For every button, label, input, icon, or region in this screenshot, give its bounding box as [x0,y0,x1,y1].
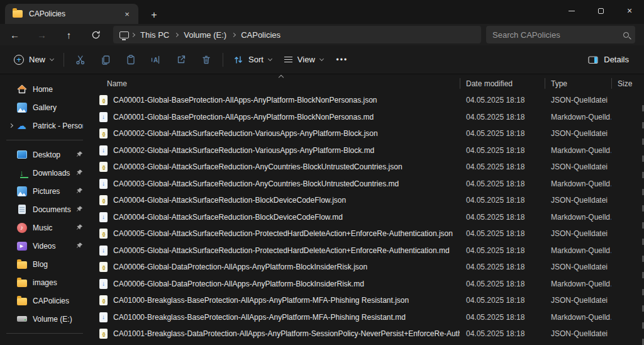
up-button[interactable]: ↑ [55,25,82,44]
new-button-label: New [29,55,45,64]
sidebar-item-videos[interactable]: Videos [0,237,89,255]
sidebar-item-patrick-personal[interactable]: Patrick - Personal [0,116,89,135]
refresh-button[interactable] [82,25,109,44]
column-header-date-modified[interactable]: Date modified [460,75,545,92]
file-row[interactable]: CA00004-Global-AttackSurfaceReduction-Bl… [89,192,644,209]
sidebar-item-home[interactable]: Home [0,80,89,98]
markdown-file-icon [99,145,108,156]
file-type: Markdown-Quelld… [545,280,611,288]
new-button[interactable]: + New [8,50,60,70]
file-row[interactable]: CA00003-Global-AttackSurfaceReduction-An… [89,159,644,176]
new-tab-button[interactable]: + [145,6,164,24]
file-name: CA00006-Global-DataProtection-AllApps-An… [113,263,367,271]
file-date-modified: 04.05.2025 18:18 [460,313,545,322]
scissors-icon [75,54,86,65]
sidebar-item-pictures[interactable]: Pictures [0,182,89,200]
sidebar-item-documents[interactable]: Documents [0,200,89,218]
chevron-down-icon [319,56,324,60]
breadcrumb-volume[interactable]: Volume (E:) [178,30,232,40]
sidebar-item-label: Desktop [33,150,76,159]
ellipsis-icon: ••• [336,55,348,64]
details-button-label: Details [604,55,629,64]
rename-button[interactable]: A [143,50,169,70]
view-list-icon [284,57,292,63]
file-name: CA00002-Global-AttackSurfaceReduction-Va… [113,146,374,155]
search-box[interactable] [486,26,635,43]
close-tab-icon[interactable]: × [121,8,133,20]
details-pane-button[interactable]: Details [581,50,635,70]
delete-button[interactable] [194,50,219,70]
json-file-icon [99,162,108,172]
minimize-button[interactable] [557,0,586,21]
back-button[interactable]: ← [1,25,28,44]
sidebar-item-music[interactable]: Music [0,218,89,237]
maximize-button[interactable] [586,0,615,21]
sidebar-item-desktop[interactable]: Desktop [0,145,89,164]
sidebar-item-label: Patrick - Personal [33,122,83,130]
breadcrumb-this-pc[interactable]: This PC [135,30,175,40]
file-name: CA00005-Global-AttackSurfaceReduction-Pr… [113,246,450,255]
file-date-modified: 04.05.2025 18:18 [460,129,545,138]
address-bar[interactable]: This PC Volume (E:) CAPolicies [113,26,481,43]
view-button[interactable]: View [278,50,330,70]
file-type: JSON-Quelldatei [545,96,611,105]
sidebar-item-capolicies[interactable]: CAPolicies [0,291,89,310]
cut-button[interactable] [68,50,93,70]
file-row[interactable]: CA00001-Global-BaseProtection-AllApps-An… [89,92,644,109]
chevron-down-icon [268,56,272,60]
file-row[interactable]: CA01001-Breakglass-DataProtection-AllApp… [89,325,644,342]
explorer-tab[interactable]: CAPolicies × [5,4,138,24]
file-row[interactable]: CA00006-Global-DataProtection-AllApps-An… [89,259,644,276]
file-name: CA01001-Breakglass-DataProtection-AllApp… [113,329,460,338]
file-date-modified: 04.05.2025 18:18 [460,329,545,338]
copy-icon [100,54,111,65]
copy-button[interactable] [93,50,118,70]
sort-button[interactable]: Sort [227,50,278,70]
file-row[interactable]: CA00003-Global-AttackSurfaceReduction-An… [89,176,644,193]
clipboard-icon [125,54,136,65]
sidebar-item-blog[interactable]: Blog [0,255,89,273]
column-header-type[interactable]: Type [545,75,611,92]
file-row[interactable]: CA00004-Global-AttackSurfaceReduction-Bl… [89,209,644,226]
close-window-button[interactable]: × [615,0,644,21]
file-name: CA00001-Global-BaseProtection-AllApps-An… [113,113,374,122]
sidebar-item-volume-e-[interactable]: Volume (E:) [0,310,89,328]
file-row[interactable]: CA00001-Global-BaseProtection-AllApps-An… [89,109,644,126]
folder-icon [13,10,23,18]
file-row[interactable]: CA00006-Global-DataProtection-AllApps-An… [89,276,644,293]
file-explorer-window: CAPolicies × + × ← → ↑ This PC Volume (E… [0,0,644,345]
markdown-file-icon [99,312,108,322]
sidebar-item-label: Blog [33,260,83,269]
paste-button[interactable] [118,50,143,70]
sidebar-item-downloads[interactable]: Downloads [0,164,89,182]
file-rows: CA00001-Global-BaseProtection-AllApps-An… [89,92,644,342]
sort-icon [233,55,243,65]
file-row[interactable]: CA00005-Global-AttackSurfaceReduction-Pr… [89,242,644,259]
forward-button[interactable]: → [28,25,55,44]
file-row[interactable]: CA00005-Global-AttackSurfaceReduction-Pr… [89,225,644,242]
file-row[interactable]: CA01000-Breakglass-BaseProtection-AllApp… [89,292,644,309]
search-icon [623,32,629,38]
column-header-size[interactable]: Size [611,75,644,92]
file-name: CA01000-Breakglass-BaseProtection-AllApp… [113,296,409,305]
breadcrumb-capolicies[interactable]: CAPolicies [235,30,286,40]
more-options-button[interactable]: ••• [330,50,355,70]
plus-circle-icon: + [14,55,24,65]
toolbar-divider [64,53,64,67]
file-date-modified: 04.05.2025 18:18 [460,229,545,238]
sidebar-item-images[interactable]: images [0,273,89,291]
file-row[interactable]: CA01000-Breakglass-BaseProtection-AllApp… [89,309,644,326]
column-header-name[interactable]: Name [89,75,460,92]
file-date-modified: 04.05.2025 18:18 [460,296,545,305]
toolbar-divider [223,53,223,67]
sidebar-item-gallery[interactable]: Gallery [0,98,89,116]
search-input[interactable] [492,30,623,40]
expand-chevron-icon[interactable] [5,124,16,127]
file-row[interactable]: CA00002-Global-AttackSurfaceReduction-Va… [89,125,644,142]
desktop-icon [16,149,27,160]
share-icon [175,54,187,65]
file-row[interactable]: CA00002-Global-AttackSurfaceReduction-Va… [89,142,644,159]
share-button[interactable] [169,50,194,70]
onedrive-icon [16,120,27,131]
pictures-icon [16,186,27,196]
